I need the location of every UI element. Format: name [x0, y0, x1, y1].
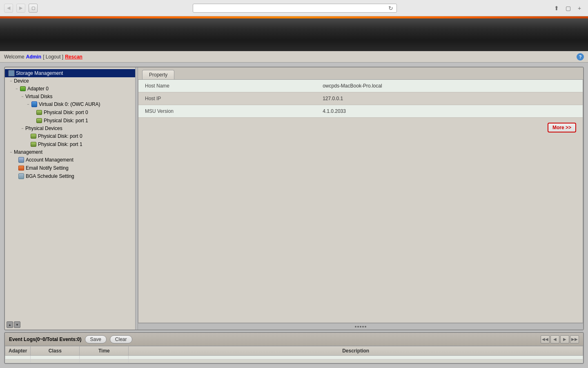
event-logs-stats: (0~0/Total Events:0) [36, 337, 82, 342]
browser-chrome: ◀ ▶ ▢ localhost ↻ ⬆ ▢ + [0, 0, 588, 16]
sidebar-arrow-down[interactable]: ▼ [14, 321, 20, 328]
pdisk-v-port0-icon [36, 109, 42, 116]
device-toggle[interactable]: − [8, 78, 14, 84]
more-button[interactable]: More >> [548, 123, 576, 132]
main-panel: Storage Management − Device − Adapter 0 [4, 67, 584, 330]
bottom-expand[interactable] [138, 323, 583, 330]
event-table-row [5, 356, 583, 359]
expand-dot-5 [365, 326, 366, 328]
event-logs-panel: Event Logs(0~0/Total Events:0) Save Clea… [4, 332, 584, 364]
sidebar-item-pdisk-p-port1[interactable]: Physical Disk: port 1 [5, 140, 135, 148]
sidebar-item-email-notify[interactable]: Email Notify Setting [5, 164, 135, 172]
account-management-label: Account Management [26, 157, 74, 163]
back-button[interactable]: ◀ [4, 4, 13, 13]
event-description [129, 359, 583, 363]
event-clear-button[interactable]: Clear [110, 335, 132, 343]
tab-button[interactable]: ▢ [29, 4, 38, 13]
storage-management-icon [8, 70, 15, 76]
col-header-description: Description [129, 346, 583, 356]
event-logs-title: Event Logs(0~0/Total Events:0) [9, 337, 82, 342]
event-table-row [5, 359, 583, 363]
event-table-body [5, 356, 583, 363]
event-nav-next[interactable]: ▶ [560, 335, 569, 343]
expand-dot-4 [362, 326, 364, 328]
email-notify-label: Email Notify Setting [26, 165, 69, 171]
pdisk-p-port0-icon [30, 133, 37, 139]
sidebar-item-pdisk-p-port0[interactable]: Physical Disk: port 0 [5, 132, 135, 140]
pdisk-v-port1-label: Physical Disk: port 1 [44, 118, 88, 123]
vdisks-toggle[interactable]: − [20, 94, 25, 99]
event-nav-first[interactable]: ◀◀ [541, 335, 550, 343]
email-icon [18, 165, 24, 171]
vdisk0-toggle[interactable]: − [25, 101, 31, 107]
content-panel: Property Host Nameowcpds-MacBook-Pro.loc… [138, 67, 583, 330]
sidebar-item-physical-devices[interactable]: − Physical Devices [5, 125, 135, 132]
device-label: Device [14, 78, 29, 84]
sidebar-item-storage-management[interactable]: Storage Management [5, 69, 135, 77]
pdisk-p-port0-label: Physical Disk: port 0 [38, 133, 82, 139]
refresh-button[interactable]: ↻ [388, 5, 394, 11]
main-content: Storage Management − Device − Adapter 0 [0, 63, 588, 368]
vdisk0-label: Virtual Disk 0: (OWC AURA) [39, 101, 100, 107]
forward-button[interactable]: ▶ [16, 4, 25, 13]
account-icon [18, 157, 24, 163]
virtual-disks-label: Virtual Disks [25, 94, 52, 99]
sidebar-item-management[interactable]: − Management [5, 148, 135, 156]
sidebar-item-virtual-disks[interactable]: − Virtual Disks [5, 93, 135, 100]
share-button[interactable]: ⬆ [552, 4, 561, 13]
sidebar-item-bga-schedule[interactable]: BGA Schedule Setting [5, 172, 135, 180]
admin-link[interactable]: Admin [26, 54, 41, 60]
address-input[interactable]: localhost [196, 5, 388, 11]
adapter0-toggle[interactable]: − [14, 86, 20, 92]
management-toggle[interactable]: − [8, 149, 14, 155]
event-save-button[interactable]: Save [85, 335, 107, 343]
col-header-class: Class [31, 346, 80, 356]
pdisk-v-port0-label: Physical Disk: port 0 [44, 110, 88, 115]
header-area [0, 18, 588, 51]
sidebar: Storage Management − Device − Adapter 0 [5, 67, 136, 330]
property-row: Host Nameowcpds-MacBook-Pro.local [138, 80, 583, 92]
rescan-link[interactable]: Rescan [65, 54, 82, 60]
physical-devices-label: Physical Devices [25, 126, 62, 131]
property-tab-area: Property [138, 67, 583, 79]
expand-dot-1 [355, 326, 356, 328]
event-nav-last[interactable]: ▶▶ [570, 335, 579, 343]
event-logs-label: Event Logs [9, 337, 36, 342]
property-label: MSU Version [138, 105, 316, 118]
pdisk-p-port1-label: Physical Disk: port 1 [38, 141, 82, 147]
property-tab[interactable]: Property [142, 70, 174, 79]
adapter-icon [20, 85, 26, 92]
pdevices-toggle[interactable]: − [20, 126, 25, 131]
property-content: Host Nameowcpds-MacBook-Pro.localHost IP… [138, 79, 583, 323]
sidebar-collapse-arrows: ▲ ▼ [7, 321, 20, 328]
expand-button[interactable]: ▢ [564, 4, 572, 13]
property-label: Host IP [138, 92, 316, 105]
bga-icon [18, 173, 24, 180]
event-logs-header: Event Logs(0~0/Total Events:0) Save Clea… [5, 333, 583, 346]
pdisk-v-port1-icon [36, 117, 42, 124]
pdisk-p-port1-icon [30, 141, 37, 148]
browser-right-buttons: ⬆ ▢ + [552, 4, 584, 13]
vdisk-icon [31, 101, 38, 108]
sidebar-arrow-up[interactable]: ▲ [7, 321, 13, 328]
sidebar-item-vdisk0[interactable]: − Virtual Disk 0: (OWC AURA) [5, 100, 135, 108]
event-adapter [5, 356, 31, 359]
property-row: Host IP127.0.0.1 [138, 92, 583, 105]
event-adapter [5, 359, 31, 363]
logout-link[interactable]: [ Logout ] [43, 54, 63, 60]
sidebar-item-adapter0[interactable]: − Adapter 0 [5, 85, 135, 93]
event-description [129, 356, 583, 359]
property-value: owcpds-MacBook-Pro.local [316, 80, 583, 92]
sidebar-item-pdisk-v-port0[interactable]: Physical Disk: port 0 [5, 108, 135, 117]
sidebar-item-account-management[interactable]: Account Management [5, 156, 135, 164]
event-nav-prev[interactable]: ◀ [550, 335, 559, 343]
management-label: Management [14, 149, 42, 155]
property-value: 127.0.0.1 [316, 92, 583, 105]
address-bar: localhost ↻ [193, 4, 397, 13]
col-header-adapter: Adapter [5, 346, 31, 356]
sidebar-item-pdisk-v-port1[interactable]: Physical Disk: port 1 [5, 117, 135, 125]
help-icon[interactable]: ? [577, 53, 584, 61]
sidebar-item-device[interactable]: − Device [5, 77, 135, 85]
welcome-text: Welcome [4, 54, 24, 60]
new-tab-button[interactable]: + [575, 4, 584, 13]
